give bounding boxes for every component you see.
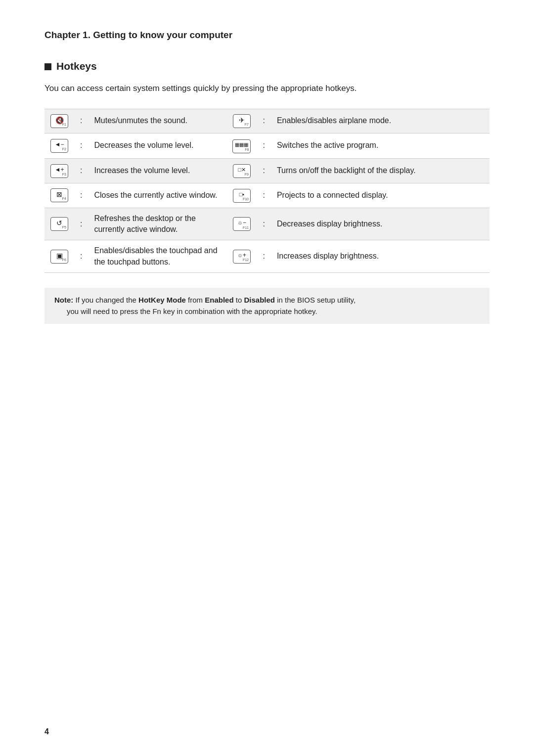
hotkey-row-4: ⊠ F4 : Closes the currently active windo… [44, 183, 490, 208]
desc-switch-app: Switches the active program. [271, 133, 490, 158]
desc-vol-up: Increases the volume level. [88, 158, 226, 183]
hotkeys-table: 🔇 F1 : Mutes/unmutes the sound. ✈ F7 : E… [44, 109, 490, 273]
note-label: Note: [54, 296, 73, 304]
colon-4: : [74, 183, 88, 208]
desc-project: Projects to a connected display. [271, 183, 490, 208]
key-refresh: ↺ F5 [44, 208, 74, 240]
colon-2: : [74, 133, 88, 158]
intro-text: You can access certain system settings q… [44, 82, 490, 95]
chapter-title: Chapter 1. Getting to know your computer [44, 30, 490, 41]
note-enabled: Enabled [205, 296, 233, 304]
hotkey-row-2: ◄− F2 : Decreases the volume level. ▦▦▦ … [44, 133, 490, 158]
hotkey-row-3: ◄+ F3 : Increases the volume level. □✕ F… [44, 158, 490, 183]
key-bright-down: ☼− F11 [226, 208, 257, 240]
desc-touchpad: Enables/disables the touchpad and the to… [88, 240, 226, 273]
colon-5: : [74, 208, 88, 240]
desc-refresh: Refreshes the desktop or the currently a… [88, 208, 226, 240]
key-backlight: □✕ F9 [226, 158, 257, 183]
desc-airplane: Enables/disables airplane mode. [271, 109, 490, 133]
colon-1: : [74, 109, 88, 133]
colon-3: : [74, 158, 88, 183]
colon-6: : [74, 240, 88, 273]
desc-close: Closes the currently active window. [88, 183, 226, 208]
colon-6r: : [257, 240, 270, 273]
colon-3r: : [257, 158, 270, 183]
desc-backlight: Turns on/off the backlight of the displa… [271, 158, 490, 183]
page-number: 4 [44, 727, 49, 736]
section-square-icon [44, 63, 51, 70]
note-box: Note: If you changed the HotKey Mode fro… [44, 288, 490, 324]
hotkey-row-5: ↺ F5 : Refreshes the desktop or the curr… [44, 208, 490, 240]
desc-vol-down: Decreases the volume level. [88, 133, 226, 158]
colon-5r: : [257, 208, 270, 240]
key-vol-up: ◄+ F3 [44, 158, 74, 183]
key-vol-down: ◄− F2 [44, 133, 74, 158]
section-title: Hotkeys [56, 60, 97, 72]
key-switch-app: ▦▦▦ F8 [226, 133, 257, 158]
note-disabled: Disabled [244, 296, 275, 304]
hotkey-row-1: 🔇 F1 : Mutes/unmutes the sound. ✈ F7 : E… [44, 109, 490, 133]
colon-1r: : [257, 109, 270, 133]
colon-2r: : [257, 133, 270, 158]
note-hotkey-mode: HotKey Mode [138, 296, 186, 304]
hotkey-row-6: ▣ F6 : Enables/disables the touchpad and… [44, 240, 490, 273]
key-airplane: ✈ F7 [226, 109, 257, 133]
desc-bright-up: Increases display brightness. [271, 240, 490, 273]
key-bright-up: ☼+ F12 [226, 240, 257, 273]
key-close: ⊠ F4 [44, 183, 74, 208]
colon-4r: : [257, 183, 270, 208]
key-mute: 🔇 F1 [44, 109, 74, 133]
key-touchpad: ▣ F6 [44, 240, 74, 273]
desc-mute: Mutes/unmutes the sound. [88, 109, 226, 133]
desc-bright-down: Decreases display brightness. [271, 208, 490, 240]
key-project: □▪ F10 [226, 183, 257, 208]
